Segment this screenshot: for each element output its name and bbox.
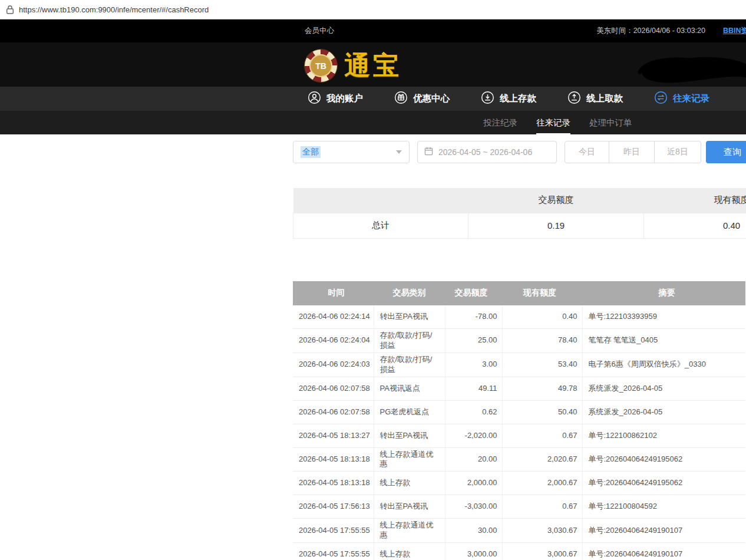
cell-balance: 78.40 bbox=[502, 329, 582, 353]
cell-time: 2026-04-05 18:13:18 bbox=[293, 472, 374, 495]
cell-type: 线上存款 bbox=[374, 543, 445, 560]
cell-type: 存款/取款/打码/损益 bbox=[374, 329, 445, 353]
cell-type: 线上存款通道优惠 bbox=[374, 447, 445, 472]
table-row: 2026-04-06 02:07:58PG老虎机返点0.6250.40系统派发_… bbox=[293, 400, 745, 424]
yesterday-button[interactable]: 昨日 bbox=[609, 141, 655, 163]
nav-item-records[interactable]: 往来记录 bbox=[654, 91, 709, 107]
tab-processing-orders[interactable]: 处理中订单 bbox=[589, 111, 632, 134]
cell-amount: -2,020.00 bbox=[445, 424, 502, 447]
main-nav-items: 我的账户 优惠中心 线上存款 线上取款 往来记录 bbox=[308, 87, 709, 111]
user-icon bbox=[308, 91, 321, 107]
eastern-time-label: 美东时间：2026/04/06 - 03:03:20 bbox=[596, 19, 705, 42]
table-row: 2026-04-06 02:07:58PA视讯返点49.1149.78系统派发_… bbox=[293, 377, 745, 400]
cell-time: 2026-04-05 17:55:55 bbox=[293, 519, 374, 543]
cell-summary: 单号:122100804592 bbox=[582, 495, 745, 519]
cell-balance: 53.40 bbox=[502, 353, 582, 377]
cell-time: 2026-04-05 17:55:55 bbox=[293, 543, 374, 560]
header-type: 交易类别 bbox=[374, 281, 445, 305]
table-row: 2026-04-05 17:56:13转出至PA视讯-3,030.000.67单… bbox=[293, 495, 745, 519]
cell-time: 2026-04-06 02:24:04 bbox=[293, 329, 374, 353]
records-table-body: 2026-04-06 02:24:14转出至PA视讯-78.000.40单号:1… bbox=[293, 305, 745, 560]
cell-summary: 单号:122100862102 bbox=[582, 424, 745, 447]
browser-address-bar[interactable]: https://www.tb190.com:9900/infe/mcenter/… bbox=[0, 0, 746, 19]
cell-summary: 电子第6惠《周周双倍快乐》_0330 bbox=[582, 353, 745, 377]
date-range-input[interactable]: 2026-04-05 ~ 2026-04-06 bbox=[417, 141, 557, 163]
cell-time: 2026-04-06 02:24:14 bbox=[293, 305, 374, 329]
cell-summary: 单号:202604064249190107 bbox=[582, 519, 745, 543]
cell-amount: 49.11 bbox=[445, 377, 502, 400]
cell-amount: -3,030.00 bbox=[445, 495, 502, 519]
subnav-items: 投注纪录 往来记录 处理中订单 bbox=[483, 111, 632, 134]
withdraw-icon bbox=[567, 91, 581, 107]
tab-betting-records[interactable]: 投注纪录 bbox=[483, 111, 517, 134]
cell-type: 转出至PA视讯 bbox=[374, 495, 445, 519]
cell-summary: 单号:122103393959 bbox=[582, 305, 745, 329]
cell-balance: 0.67 bbox=[502, 495, 582, 519]
last8days-button[interactable]: 近8日 bbox=[654, 141, 701, 163]
cell-time: 2026-04-06 02:07:58 bbox=[293, 377, 374, 400]
header-summary: 摘要 bbox=[582, 281, 745, 305]
summary-total-row: 总计 0.19 0.40 bbox=[293, 213, 746, 238]
nav-item-label: 我的账户 bbox=[326, 93, 363, 105]
browser-url[interactable]: https://www.tb190.com:9900/infe/mcenter/… bbox=[19, 5, 209, 14]
table-row: 2026-04-05 17:55:55线上存款3,000.003,000.67单… bbox=[293, 543, 745, 560]
cell-balance: 2,000.67 bbox=[502, 472, 582, 495]
cell-time: 2026-04-06 02:07:58 bbox=[293, 400, 374, 424]
tb-chip-label: TB bbox=[309, 54, 332, 77]
cell-balance: 3,030.67 bbox=[502, 519, 582, 543]
cell-time: 2026-04-05 18:13:27 bbox=[293, 424, 374, 447]
summary-header-row: 交易额度 现有额度 bbox=[293, 188, 746, 213]
cash-record-content: 全部 2026-04-05 ~ 2026-04-06 今日 昨日 近8日 查询 … bbox=[293, 134, 746, 560]
calendar-icon bbox=[424, 147, 433, 158]
cell-amount: 2,000.00 bbox=[445, 472, 502, 495]
cell-balance: 2,020.67 bbox=[502, 447, 582, 472]
quick-range-buttons: 今日 昨日 近8日 bbox=[565, 141, 701, 163]
cell-balance: 0.67 bbox=[502, 424, 582, 447]
bbin-link[interactable]: BBIN资 bbox=[723, 19, 746, 42]
cell-amount: 3.00 bbox=[445, 353, 502, 377]
cell-type: PA视讯返点 bbox=[374, 377, 445, 400]
records-header-row: 时间 交易类别 交易额度 现有额度 摘要 bbox=[293, 281, 745, 305]
cell-summary: 系统派发_2026-04-05 bbox=[582, 400, 745, 424]
nav-item-label: 线上取款 bbox=[586, 93, 623, 105]
main-navbar: 我的账户 优惠中心 线上存款 线上取款 往来记录 bbox=[0, 87, 746, 111]
records-table: 时间 交易类别 交易额度 现有额度 摘要 2026-04-06 02:24:14… bbox=[293, 281, 745, 560]
cell-balance: 49.78 bbox=[502, 377, 582, 400]
member-center-link[interactable]: 会员中心 bbox=[305, 19, 334, 42]
summary-header-amount: 交易额度 bbox=[468, 188, 644, 213]
search-button[interactable]: 查询 bbox=[706, 141, 746, 163]
cell-summary: 单号:202604064249190107 bbox=[582, 543, 745, 560]
chevron-down-icon bbox=[396, 150, 402, 154]
nav-item-deposit[interactable]: 线上存款 bbox=[481, 91, 536, 107]
tb-chip-icon: TB bbox=[305, 50, 337, 82]
nav-item-label: 往来记录 bbox=[673, 93, 709, 105]
date-range-value: 2026-04-05 ~ 2026-04-06 bbox=[438, 147, 532, 157]
tab-transaction-records[interactable]: 往来记录 bbox=[536, 111, 570, 134]
records-icon bbox=[654, 91, 668, 107]
records-subnav: 投注纪录 往来记录 处理中订单 bbox=[0, 111, 746, 134]
today-button[interactable]: 今日 bbox=[565, 141, 609, 163]
nav-item-promotions[interactable]: 优惠中心 bbox=[394, 91, 450, 107]
site-logo-text: 通宝 bbox=[344, 48, 402, 83]
cell-amount: 30.00 bbox=[445, 519, 502, 543]
table-row: 2026-04-05 18:13:27转出至PA视讯-2,020.000.67单… bbox=[293, 424, 745, 447]
deposit-icon bbox=[481, 91, 494, 107]
site-logo[interactable]: TB 通宝 bbox=[305, 48, 402, 83]
cell-type: PG老虎机返点 bbox=[374, 400, 445, 424]
cell-balance: 0.40 bbox=[502, 305, 582, 329]
filter-row: 全部 2026-04-05 ~ 2026-04-06 今日 昨日 近8日 查询 bbox=[293, 141, 746, 163]
cell-time: 2026-04-05 17:56:13 bbox=[293, 495, 374, 519]
cell-time: 2026-04-06 02:24:03 bbox=[293, 353, 374, 377]
nav-item-my-account[interactable]: 我的账户 bbox=[308, 91, 363, 107]
table-row: 2026-04-05 18:13:18线上存款通道优惠20.002,020.67… bbox=[293, 447, 745, 472]
nav-item-withdraw[interactable]: 线上取款 bbox=[567, 91, 623, 107]
redaction-scribble bbox=[636, 55, 746, 88]
cell-summary: 系统派发_2026-04-05 bbox=[582, 377, 745, 400]
nav-item-label: 优惠中心 bbox=[413, 93, 450, 105]
type-select[interactable]: 全部 bbox=[293, 141, 410, 163]
summary-header-empty bbox=[293, 188, 468, 213]
summary-total-label: 总计 bbox=[293, 213, 468, 238]
table-row: 2026-04-05 17:55:55线上存款通道优惠30.003,030.67… bbox=[293, 519, 745, 543]
top-utility-bar: 会员中心 美东时间：2026/04/06 - 03:03:20 BBIN资 bbox=[0, 19, 746, 42]
table-row: 2026-04-06 02:24:03存款/取款/打码/损益3.0053.40电… bbox=[293, 353, 745, 377]
